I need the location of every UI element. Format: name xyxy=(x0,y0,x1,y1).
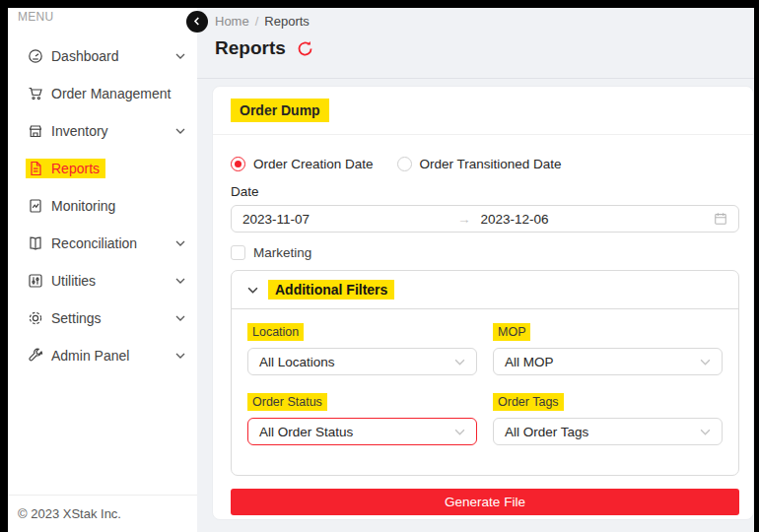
sidebar-collapse-button[interactable] xyxy=(186,11,208,33)
generate-file-button[interactable]: Generate File xyxy=(231,489,739,515)
chevron-down-icon xyxy=(175,315,185,321)
sidebar-item-reconciliation[interactable]: Reconciliation xyxy=(8,225,197,262)
mop-select[interactable]: All MOP xyxy=(493,348,723,375)
arrow-right-icon: → xyxy=(457,212,481,227)
sidebar-item-utilities[interactable]: Utilities xyxy=(8,262,197,299)
breadcrumb-current: Reports xyxy=(264,14,310,29)
store-icon xyxy=(28,123,43,139)
chevron-down-icon xyxy=(175,240,185,246)
order-status-field: Order Status All Order Status xyxy=(247,392,477,445)
main-area: Home / Reports Reports Order Dump xyxy=(197,8,754,532)
chevron-down-icon xyxy=(175,353,185,359)
marketing-checkbox-label: Marketing xyxy=(253,245,311,260)
mop-label: MOP xyxy=(493,323,530,341)
sidebar-item-label: Utilities xyxy=(51,273,96,289)
sidebar-item-label: Settings xyxy=(51,310,102,326)
sidebar-item-settings[interactable]: Settings xyxy=(8,299,197,337)
sidebar-item-inventory[interactable]: Inventory xyxy=(8,112,197,150)
additional-filters-title: Additional Filters xyxy=(268,280,394,299)
page-title: Reports xyxy=(215,37,286,59)
content-area: Order Dump Order Creation Date Order Tra… xyxy=(197,79,754,532)
dashboard-icon xyxy=(28,48,43,64)
breadcrumb-separator: / xyxy=(255,14,259,29)
select-value: All Order Status xyxy=(259,425,353,439)
sidebar-item-label: Admin Panel xyxy=(51,348,129,364)
sidebar-item-admin-panel[interactable]: Admin Panel xyxy=(8,337,197,374)
sidebar-item-label: Monitoring xyxy=(51,198,115,214)
chevron-left-icon xyxy=(192,15,202,30)
marketing-checkbox-row[interactable]: Marketing xyxy=(231,245,739,260)
checkbox-unchecked-icon[interactable] xyxy=(231,245,245,260)
order-dump-card: Order Dump Order Creation Date Order Tra… xyxy=(212,86,754,520)
sidebar: MENU Dashboard Order Management Inventor… xyxy=(8,8,197,532)
sidebar-item-reports[interactable]: Reports xyxy=(8,150,197,187)
cart-icon xyxy=(28,86,43,101)
breadcrumb: Home / Reports xyxy=(215,14,754,29)
sidebar-item-dashboard[interactable]: Dashboard xyxy=(8,37,197,75)
gear-icon xyxy=(28,310,43,326)
sidebar-item-label: Inventory xyxy=(51,123,108,139)
additional-filters-panel: Additional Filters Location All Location… xyxy=(231,270,739,476)
date-type-radio-group: Order Creation Date Order Transitioned D… xyxy=(231,157,739,171)
select-value: All Order Tags xyxy=(505,425,588,439)
radio-order-transitioned-date[interactable]: Order Transitioned Date xyxy=(397,157,562,171)
sliders-icon xyxy=(28,273,43,289)
order-status-label: Order Status xyxy=(247,393,327,411)
location-label: Location xyxy=(247,323,304,341)
radio-label: Order Transitioned Date xyxy=(420,157,562,171)
report-file-icon xyxy=(28,161,43,176)
location-select[interactable]: All Locations xyxy=(247,348,477,375)
location-field: Location All Locations xyxy=(247,322,477,375)
chevron-down-icon xyxy=(454,359,465,366)
sidebar-item-label: Reports xyxy=(51,161,100,176)
wrench-icon xyxy=(28,348,43,364)
chevron-down-icon xyxy=(700,359,711,366)
order-tags-field: Order Tags All Order Tags xyxy=(493,392,723,445)
select-value: All MOP xyxy=(505,355,554,369)
chevron-down-icon xyxy=(175,53,185,59)
card-body: Order Creation Date Order Transitioned D… xyxy=(213,135,753,520)
app-window: MENU Dashboard Order Management Inventor… xyxy=(8,8,754,532)
breadcrumb-home-link[interactable]: Home xyxy=(215,14,249,29)
additional-filters-header[interactable]: Additional Filters xyxy=(232,271,738,309)
sidebar-footer-copyright: © 2023 XStak Inc. xyxy=(8,495,197,532)
order-tags-select[interactable]: All Order Tags xyxy=(493,418,723,445)
radio-order-creation-date[interactable]: Order Creation Date xyxy=(231,157,374,171)
sidebar-item-label: Order Management xyxy=(51,86,171,101)
page-header: Home / Reports Reports xyxy=(197,8,754,79)
monitor-chart-icon xyxy=(28,198,43,214)
chevron-down-icon xyxy=(175,278,185,284)
chevron-down-icon xyxy=(700,429,711,435)
calendar-icon[interactable] xyxy=(714,212,727,226)
additional-filters-body: Location All Locations MOP xyxy=(232,309,738,475)
ledger-book-icon xyxy=(28,235,43,251)
chevron-down-icon xyxy=(247,287,258,294)
date-field-label: Date xyxy=(231,184,739,199)
sidebar-item-label: Reconciliation xyxy=(51,235,137,251)
select-value: All Locations xyxy=(259,355,335,369)
chevron-down-icon xyxy=(175,128,185,134)
reload-icon[interactable] xyxy=(297,40,313,57)
card-header: Order Dump xyxy=(213,87,753,135)
sidebar-item-monitoring[interactable]: Monitoring xyxy=(8,187,197,225)
order-status-select[interactable]: All Order Status xyxy=(247,418,477,445)
sidebar-nav: Dashboard Order Management Inventory xyxy=(8,37,197,374)
mop-field: MOP All MOP xyxy=(493,322,723,375)
radio-unselected-icon xyxy=(397,157,412,171)
radio-selected-icon xyxy=(231,157,245,171)
card-title: Order Dump xyxy=(231,99,329,122)
sidebar-menu-label: MENU xyxy=(8,8,197,24)
sidebar-item-label: Dashboard xyxy=(51,48,119,64)
chevron-down-icon xyxy=(454,429,465,435)
sidebar-item-order-management[interactable]: Order Management xyxy=(8,75,197,112)
date-range-start-value[interactable]: 2023-11-07 xyxy=(242,212,457,227)
date-range-picker[interactable]: 2023-11-07 → 2023-12-06 xyxy=(231,205,739,233)
radio-label: Order Creation Date xyxy=(253,157,374,171)
order-tags-label: Order Tags xyxy=(493,393,564,411)
date-range-end-value[interactable]: 2023-12-06 xyxy=(481,212,715,227)
